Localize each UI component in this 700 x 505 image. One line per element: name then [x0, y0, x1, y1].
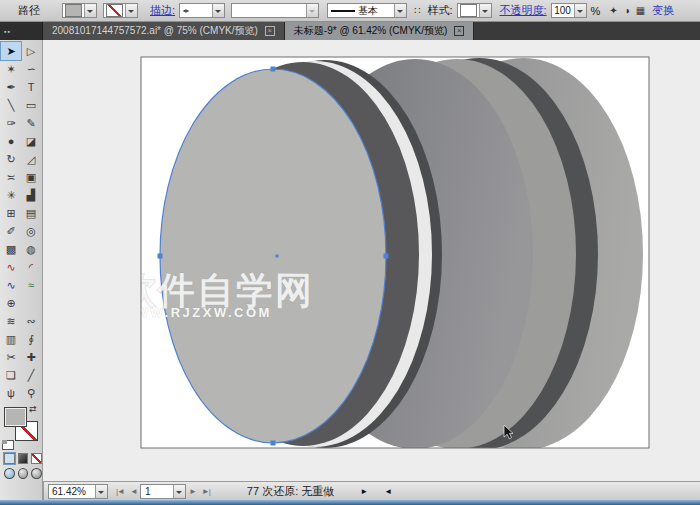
chevron-down-icon[interactable] [173, 485, 185, 498]
wave-tool[interactable]: ≈ [21, 276, 41, 294]
width-tool[interactable]: ≍ [1, 168, 21, 186]
style-combo[interactable] [457, 3, 492, 18]
transform-panel-link[interactable]: 变换 [652, 3, 674, 18]
stroke-weight-combo[interactable] [179, 3, 225, 18]
fill-swatch[interactable] [4, 407, 27, 427]
arc-tool[interactable]: ◜ [21, 258, 41, 276]
scale-tool[interactable]: ◿ [21, 150, 41, 168]
toolbar-spacer [21, 294, 41, 312]
chevron-down-icon[interactable] [125, 4, 137, 17]
dashed-style-icon[interactable]: ∷ [414, 5, 420, 16]
chevron-down-icon[interactable] [479, 4, 491, 17]
draw-normal-button[interactable] [4, 468, 15, 479]
graph-tool[interactable]: ▥ [1, 330, 21, 348]
opacity-combo[interactable]: 100 [551, 3, 587, 18]
magic-wand-tool[interactable]: ✶ [1, 60, 21, 78]
zigzag-tool[interactable]: ∿ [1, 276, 21, 294]
canvas-area[interactable]: 软件自学网 WWW.RJZXW.COM [43, 40, 700, 481]
document-tab[interactable]: 未标题-9* @ 61.42% (CMYK/预览)× [285, 22, 475, 40]
gradient-button[interactable] [18, 453, 29, 464]
pencil-tool[interactable]: ✎ [21, 114, 41, 132]
chevron-down-icon[interactable] [306, 4, 318, 17]
type-tool[interactable]: T [21, 78, 41, 96]
slice-tool[interactable]: ╱ [21, 366, 41, 384]
none-button[interactable] [31, 453, 42, 464]
document-tab[interactable]: 20081017144757572.ai* @ 75% (CMYK/预览)× [43, 22, 285, 40]
artboard-tool[interactable]: ❏ [1, 366, 21, 384]
watermark-url: WWW.RJZXW.COM [121, 305, 272, 320]
tools-panel: ➤▷✶∽✒T╲▭✑✎●◪↻◿≍▣✳▟⊞▤✐◎▩◍∿◜∿≈⊕≋∾▥∮✂✚❏╱ψ⚲ … [0, 40, 43, 500]
stroke-color-combo[interactable] [103, 3, 138, 18]
chevron-down-icon[interactable] [95, 485, 107, 498]
chevron-down-icon[interactable] [574, 4, 586, 17]
anchor-point[interactable] [384, 254, 389, 259]
recolor-artwork-icon[interactable]: ◑ [624, 5, 630, 16]
anchor-point[interactable] [271, 67, 276, 72]
warp-tool[interactable]: ≋ [1, 312, 21, 330]
anchor-point[interactable] [271, 441, 276, 446]
draw-inside-button[interactable] [31, 468, 42, 479]
artboard-number-combo[interactable]: 1 [140, 484, 186, 499]
selection-tool[interactable]: ➤ [1, 42, 21, 60]
chevron-down-icon[interactable] [84, 4, 96, 17]
rotate-tool[interactable]: ↻ [1, 150, 21, 168]
measure-tool[interactable]: ✚ [21, 348, 41, 366]
tab-close-icon[interactable]: × [265, 26, 275, 36]
next-artboard-icon[interactable]: ► [189, 487, 196, 496]
zoom-tool[interactable]: ⚲ [21, 384, 41, 402]
zoom-level-combo[interactable]: 61.42% [48, 484, 108, 499]
lasso-tool[interactable]: ∽ [21, 60, 41, 78]
blob-brush-tool[interactable]: ● [1, 132, 21, 150]
last-artboard-icon[interactable]: ►| [202, 487, 210, 496]
previous-artboard-icon[interactable]: ◄ [130, 487, 137, 496]
default-fill-stroke-icon[interactable] [2, 440, 14, 450]
knife-tool[interactable]: ✂ [1, 348, 21, 366]
direct-selection-tool[interactable]: ▷ [21, 42, 41, 60]
chevron-down-icon[interactable] [212, 4, 224, 17]
symbol-sprayer-tool[interactable]: ✳ [1, 186, 21, 204]
mesh-tool[interactable]: ⊞ [1, 204, 21, 222]
live-trace-tool[interactable]: ▩ [1, 240, 21, 258]
line-segment-tool[interactable]: ╲ [1, 96, 21, 114]
hand-tool[interactable]: ψ [1, 384, 21, 402]
scribble-tool[interactable]: ∮ [21, 330, 41, 348]
percent-sign: % [591, 5, 601, 17]
chevron-down-icon[interactable] [394, 4, 406, 17]
brush-definition-combo[interactable]: 基本 [327, 3, 407, 18]
tab-label: 20081017144757572.ai* @ 75% (CMYK/预览) [52, 24, 258, 38]
envelope-tool[interactable]: ∾ [21, 312, 41, 330]
tab-close-icon[interactable]: × [454, 26, 464, 36]
rectangle-tool[interactable]: ▭ [21, 96, 41, 114]
live-paint-bucket-tool[interactable]: ◍ [21, 240, 41, 258]
fill-stroke-area: ⇄ [0, 404, 42, 450]
first-artboard-icon[interactable]: |◄ [116, 487, 124, 496]
stroke-panel-link[interactable]: 描边: [150, 3, 175, 18]
align-grid-icon[interactable]: ▦ [636, 5, 645, 16]
free-transform-tool[interactable]: ▣ [21, 168, 41, 186]
draw-behind-button[interactable] [18, 468, 29, 479]
curve-graph-tool[interactable]: ∿ [1, 258, 21, 276]
width-profile-combo[interactable] [231, 3, 319, 18]
eyedropper-tool[interactable]: ✐ [1, 222, 21, 240]
artboard-origin-tool[interactable]: ⊕ [1, 294, 21, 312]
column-graph-tool[interactable]: ▟ [21, 186, 41, 204]
status-menu-icon[interactable]: ► [360, 487, 368, 496]
zoom-level-value: 61.42% [49, 486, 95, 497]
paintbrush-tool[interactable]: ✑ [1, 114, 21, 132]
gradient-tool[interactable]: ▤ [21, 204, 41, 222]
select-similar-icon[interactable]: ✦ [609, 5, 617, 16]
pen-tool[interactable]: ✒ [1, 78, 21, 96]
dock-collapse-toggle[interactable]: ▪▪ [0, 22, 43, 40]
control-bar: 路径 描边: 基本 ∷ 样式: 不透明度: 100 % ✦ ◑ ▦ 变换 [0, 0, 700, 22]
color-button[interactable] [4, 453, 15, 464]
opacity-panel-link[interactable]: 不透明度: [500, 3, 547, 18]
selected-front-ellipse[interactable] [160, 69, 386, 443]
fill-color-combo[interactable] [62, 3, 97, 18]
fill-color-swatch [65, 4, 82, 17]
blend-tool[interactable]: ◎ [21, 222, 41, 240]
swap-fill-stroke-icon[interactable]: ⇄ [29, 404, 37, 414]
scroll-left-icon[interactable]: ◄ [384, 487, 392, 496]
anchor-point[interactable] [158, 254, 163, 259]
stepper-icon[interactable] [182, 4, 191, 17]
eraser-tool[interactable]: ◪ [21, 132, 41, 150]
